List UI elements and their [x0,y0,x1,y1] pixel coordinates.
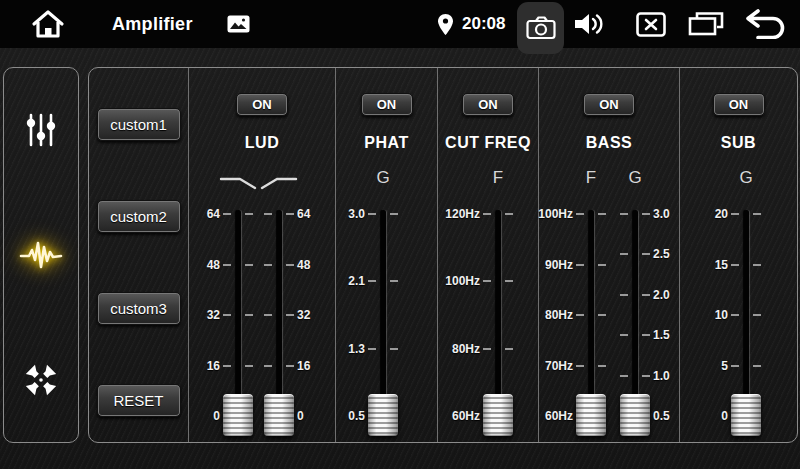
panel-lud: ONLUD644832160644832160 [189,68,336,442]
lud-fader-track-0[interactable] [236,210,241,422]
volume-icon [574,12,606,36]
bass-slider-1-type-label: G [610,168,660,188]
tick-mark [483,280,491,282]
scale-label: 80Hz [434,341,480,357]
tick-mark [505,280,513,282]
sidebar [3,67,79,443]
tick-mark [731,314,739,316]
bass-on-button[interactable]: ON [583,93,635,116]
scale-label: 5 [682,358,728,374]
tick-mark [368,213,376,215]
scale-label: 0.5 [319,408,365,424]
tick-mark [223,314,231,316]
gps-location-button[interactable] [436,0,454,48]
panel-cut-freq: ONCUT FREQF120Hz100Hz80Hz60Hz [438,68,539,442]
cut-freq-slider-0-type-label: F [473,168,523,188]
tick-mark [245,213,253,215]
tick-mark [264,365,272,367]
lud-on-button[interactable]: ON [236,93,288,116]
close-app-button[interactable] [634,0,668,48]
preset-button-custom3[interactable]: custom3 [97,292,181,325]
shelf-up-then-flat-icon [259,175,299,191]
tick-mark [286,314,294,316]
amplifier-screen: Amplifier 20:08 [0,0,800,469]
screenshot-camera-button[interactable] [517,2,564,54]
tick-mark [620,375,628,377]
phat-slider-0-type-label: G [358,168,408,188]
tick-mark [264,264,272,266]
tick-mark [576,365,584,367]
home-button[interactable] [26,0,70,48]
tick-mark [753,314,761,316]
scale-label: 70Hz [527,358,573,374]
tick-mark [753,213,761,215]
back-icon [743,9,787,39]
tick-mark [390,348,398,350]
scale-label: 2.1 [319,273,365,289]
sub-slider-0-type-label: G [721,168,771,188]
tick-mark [286,264,294,266]
tick-mark [576,264,584,266]
lud-fader-track-1[interactable] [277,210,282,422]
sub-on-button[interactable]: ON [713,93,765,116]
panel-title-phat: PHAT [336,134,437,152]
tick-mark [620,334,628,336]
scale-label: 64 [174,206,220,222]
cut-freq-fader-handle-0[interactable] [483,394,513,436]
sidebar-item-speaker-balance[interactable] [15,354,67,406]
bass-fader-track-0[interactable] [589,210,594,422]
tick-mark [245,314,253,316]
volume-button[interactable] [570,0,610,48]
cut-freq-on-button[interactable]: ON [462,93,514,116]
recent-apps-icon [688,11,724,37]
scale-label: 60Hz [434,408,480,424]
sidebar-item-equalizer[interactable] [15,104,67,156]
preset-button-custom1[interactable]: custom1 [97,108,181,141]
scale-label: 32 [174,307,220,323]
tick-mark [505,348,513,350]
tick-mark [245,365,253,367]
tick-mark [576,213,584,215]
tick-mark [620,253,628,255]
scale-label: 90Hz [527,257,573,273]
bass-fader-handle-1[interactable] [620,394,650,436]
scale-label: 100Hz [527,206,573,222]
tick-mark [598,314,606,316]
tick-mark [731,264,739,266]
clock-time[interactable]: 20:08 [462,0,505,48]
lud-fader-handle-1[interactable] [264,394,294,436]
panel-sub: ONSUBG20151050 [680,68,797,442]
bass-fader-handle-0[interactable] [576,394,606,436]
panel-title-bass: BASS [539,134,679,152]
scale-label: 3.0 [319,206,365,222]
scale-label: 100Hz [434,273,480,289]
tick-mark [620,213,628,215]
cut-freq-fader-track-0[interactable] [496,210,501,422]
sub-fader-handle-0[interactable] [731,394,761,436]
preset-button-custom2[interactable]: custom2 [97,200,181,233]
tick-mark [245,264,253,266]
bass-fader-track-1[interactable] [633,210,638,422]
location-pin-icon [438,14,453,35]
sub-fader-track-0[interactable] [744,210,749,422]
tick-mark [598,213,606,215]
tick-mark [505,213,513,215]
tick-mark [390,280,398,282]
panel-bass: ONBASSF100Hz90Hz80Hz70Hz60HzG3.02.52.01.… [539,68,680,442]
scale-label: 16 [174,358,220,374]
preset-button-reset[interactable]: RESET [97,384,181,417]
sidebar-item-sound-effects[interactable] [15,229,67,281]
close-window-icon [636,12,666,37]
image-shortcut-button[interactable] [225,0,251,48]
phat-fader-track-0[interactable] [381,210,386,422]
phat-fader-handle-0[interactable] [368,394,398,436]
scale-label: 15 [682,257,728,273]
tick-mark [731,365,739,367]
top-status-bar: Amplifier 20:08 [0,0,800,48]
tick-mark [390,213,398,215]
phat-on-button[interactable]: ON [361,93,413,116]
lud-fader-handle-0[interactable] [223,394,253,436]
recent-apps-button[interactable] [686,0,726,48]
back-button[interactable] [740,0,790,48]
bass-slider-0-type-label: F [566,168,616,188]
